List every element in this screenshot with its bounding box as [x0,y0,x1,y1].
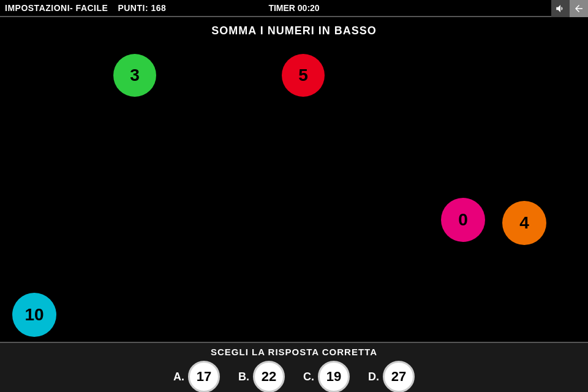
answer-circle-0[interactable]: 17 [188,361,220,392]
answer-label: SCEGLI LA RISPOSTA CORRETTA [211,347,377,357]
answer-option-c: C.19 [303,361,350,392]
back-icon [573,3,584,14]
instruction-text: SOMMA I NUMERI IN BASSO [0,24,588,37]
answer-option-d: D.27 [368,361,415,392]
back-button[interactable] [570,0,588,17]
answer-option-b: B.22 [238,361,285,392]
answer-letter-1: B. [238,371,249,383]
answer-letter-2: C. [303,371,314,383]
answer-circle-1[interactable]: 22 [253,361,285,392]
bubble-pink[interactable]: 0 [441,198,485,242]
top-bar: IMPOSTAZIONI- FACILE PUNTI: 168 TIMER 00… [0,0,588,17]
points-label: PUNTI: 168 [118,3,166,13]
answer-letter-3: D. [368,371,379,383]
answer-circle-3[interactable]: 27 [383,361,415,392]
game-area: SOMMA I NUMERI IN BASSO 350410 [0,17,588,342]
answer-circle-2[interactable]: 19 [318,361,350,392]
answer-options: A.17B.22C.19D.27 [173,361,415,392]
bubble-orange[interactable]: 4 [502,201,546,245]
timer-label: TIMER 00:20 [268,3,319,13]
sound-icon [555,3,566,14]
bubble-cyan[interactable]: 10 [12,293,56,337]
settings-label: IMPOSTAZIONI- FACILE [5,3,108,13]
sound-button[interactable] [551,0,570,17]
bubble-green[interactable]: 3 [113,54,156,97]
answer-area: SCEGLI LA RISPOSTA CORRETTA A.17B.22C.19… [0,342,588,392]
answer-option-a: A.17 [173,361,220,392]
bubble-red[interactable]: 5 [282,54,325,97]
answer-letter-0: A. [173,371,184,383]
